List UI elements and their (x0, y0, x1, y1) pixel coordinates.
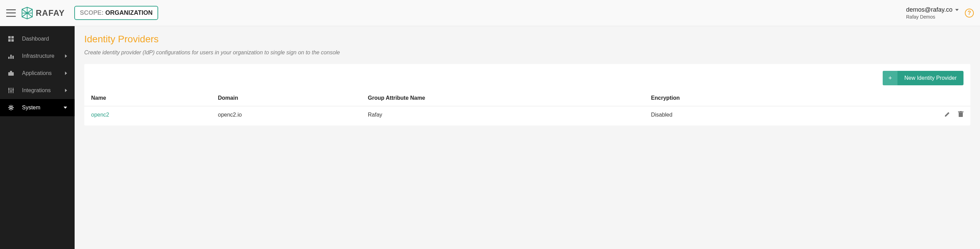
brand-logo[interactable]: RAFAY (21, 6, 65, 19)
delete-icon[interactable] (958, 111, 964, 117)
sidebar-item-label: Infrastructure (22, 53, 65, 59)
sidebar-item-label: Applications (22, 70, 65, 77)
page-title: Identity Providers (84, 34, 970, 45)
svg-rect-3 (11, 39, 14, 42)
sidebar-item-label: Integrations (22, 87, 65, 94)
svg-point-15 (10, 107, 12, 109)
new-button-label: New Identity Provider (897, 71, 964, 85)
svg-point-14 (13, 89, 14, 91)
svg-rect-8 (10, 71, 12, 72)
svg-rect-0 (8, 36, 11, 38)
main-content: Identity Providers Create identity provi… (75, 26, 980, 249)
help-icon[interactable]: ? (965, 9, 974, 18)
sidebar-item-label: Dashboard (22, 36, 67, 42)
sidebar-item-label: System (22, 105, 64, 111)
scope-value: ORGANIZATION (105, 9, 153, 16)
chevron-down-icon (955, 9, 959, 11)
table-row: openc2 openc2.io Rafay Disabled (84, 106, 970, 124)
svg-rect-6 (13, 56, 14, 59)
sidebar-item-integrations[interactable]: Integrations (0, 82, 75, 99)
chevron-down-icon (64, 107, 67, 109)
svg-rect-2 (8, 39, 11, 42)
edit-icon[interactable] (944, 111, 950, 117)
svg-line-22 (9, 109, 10, 110)
sidebar-item-dashboard[interactable]: Dashboard (0, 30, 75, 48)
integrations-icon (8, 88, 14, 93)
chevron-right-icon (65, 54, 67, 58)
column-header-group-attr: Group Attribute Name (361, 90, 644, 106)
logo-mark-icon (21, 6, 33, 19)
svg-rect-7 (8, 72, 14, 76)
applications-icon (8, 71, 14, 76)
user-email: demos@rafay.co (906, 6, 953, 13)
scope-label: SCOPE: (80, 9, 105, 16)
scope-selector[interactable]: SCOPE: ORGANIZATION (74, 6, 158, 20)
user-org: Rafay Demos (906, 14, 935, 19)
hamburger-menu-icon[interactable] (6, 9, 16, 17)
svg-line-23 (13, 105, 13, 106)
idp-domain: openc2.io (211, 106, 361, 124)
idp-table: Name Domain Group Attribute Name Encrypt… (84, 90, 970, 123)
sidebar: Dashboard Infrastructure Applications In… (0, 26, 75, 249)
dashboard-icon (8, 36, 14, 42)
column-header-encryption: Encryption (644, 90, 814, 106)
gear-icon (8, 105, 14, 110)
idp-group-attr: Rafay (361, 106, 644, 124)
svg-point-13 (10, 91, 12, 92)
svg-line-21 (13, 109, 13, 110)
column-header-name: Name (84, 90, 211, 106)
svg-rect-5 (10, 55, 12, 59)
svg-rect-4 (8, 57, 10, 59)
chevron-right-icon (65, 72, 67, 75)
sidebar-item-applications[interactable]: Applications (0, 65, 75, 82)
sidebar-item-system[interactable]: System (0, 99, 75, 116)
svg-rect-1 (11, 36, 14, 38)
idp-card: + New Identity Provider Name Domain Grou… (84, 64, 970, 126)
idp-name-link[interactable]: openc2 (84, 106, 211, 124)
idp-encryption: Disabled (644, 106, 814, 124)
svg-rect-26 (960, 111, 962, 112)
svg-point-12 (8, 88, 10, 90)
sidebar-item-infrastructure[interactable]: Infrastructure (0, 48, 75, 65)
user-menu[interactable]: demos@rafay.co Rafay Demos (906, 6, 959, 19)
new-identity-provider-button[interactable]: + New Identity Provider (883, 71, 964, 85)
svg-line-20 (9, 105, 10, 106)
column-header-domain: Domain (211, 90, 361, 106)
page-subtitle: Create identity provider (IdP) configura… (84, 49, 970, 56)
infrastructure-icon (8, 53, 14, 59)
chevron-right-icon (65, 89, 67, 92)
svg-rect-24 (959, 112, 963, 117)
plus-icon: + (883, 71, 897, 85)
logo-text: RAFAY (36, 8, 65, 18)
top-bar: RAFAY SCOPE: ORGANIZATION demos@rafay.co… (0, 0, 980, 26)
